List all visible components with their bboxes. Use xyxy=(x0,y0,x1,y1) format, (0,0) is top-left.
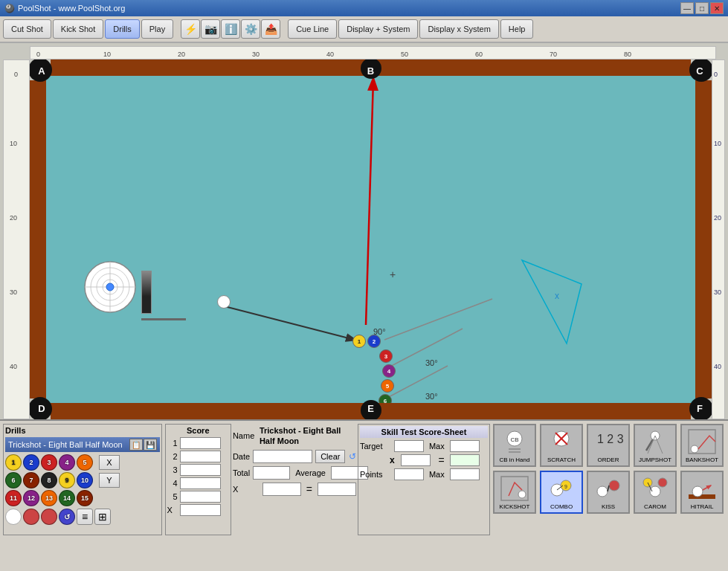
cue-ball-spin-indicator[interactable] xyxy=(83,260,137,314)
maximize-button[interactable]: □ xyxy=(695,2,709,14)
toolbar: Cut Shot Kick Shot Drills Play ⚡ 📷 ℹ️ ⚙️… xyxy=(0,16,728,43)
max-input[interactable] xyxy=(450,440,480,452)
svg-text:x: x xyxy=(555,291,559,301)
score-x-label: X xyxy=(167,506,178,514)
score-input-2[interactable] xyxy=(180,451,221,462)
red-ball-btn[interactable] xyxy=(23,509,39,525)
target-input[interactable] xyxy=(394,440,424,452)
y-button[interactable]: Y xyxy=(99,473,120,488)
ball-6: 6 xyxy=(379,394,392,403)
display-x-system-button[interactable]: Display x System xyxy=(419,19,498,39)
cut-shot-button[interactable]: Cut Shot xyxy=(3,19,51,39)
shot-bankshot[interactable]: BANKSHOT xyxy=(680,424,724,467)
svg-point-57 xyxy=(609,480,619,491)
score-row-1: 1 xyxy=(167,437,229,449)
svg-text:10: 10 xyxy=(10,140,17,147)
score-input-5[interactable] xyxy=(180,491,221,503)
svg-text:20: 20 xyxy=(714,214,721,222)
ball-btn-4[interactable]: 4 xyxy=(59,454,75,471)
points-max-input[interactable] xyxy=(450,468,480,480)
drill-clipboard-button[interactable]: 📋 xyxy=(129,439,143,451)
ball-btn-1[interactable]: 1 xyxy=(5,454,22,471)
ball-btn-13[interactable]: 13 xyxy=(41,490,57,506)
ball-1: 1 xyxy=(352,335,366,348)
camera-icon-button[interactable]: 📷 xyxy=(201,19,220,39)
close-button[interactable]: ✕ xyxy=(710,2,724,14)
list-icon-btn[interactable]: ≡ xyxy=(77,509,93,525)
info-icon-button[interactable]: ℹ️ xyxy=(221,19,240,39)
minimize-button[interactable]: — xyxy=(680,2,694,14)
ball-btn-8[interactable]: 8 xyxy=(41,472,57,488)
result-input[interactable] xyxy=(318,483,356,496)
svg-text:30°: 30° xyxy=(425,392,438,401)
clear-button[interactable]: Clear xyxy=(315,450,345,463)
ball-btn-15[interactable]: 15 xyxy=(77,490,93,506)
red-ball-btn-2[interactable] xyxy=(41,509,57,525)
skill-test-title: Skill Test Score-Sheet xyxy=(360,426,488,438)
ball-btn-9[interactable]: 9 xyxy=(59,472,75,488)
ball-btn-12[interactable]: 12 xyxy=(23,490,39,506)
refresh-btn[interactable]: ↺ xyxy=(59,509,75,525)
svg-text:20: 20 xyxy=(10,214,17,222)
shot-order[interactable]: 1 2 3 ORDER xyxy=(587,424,630,467)
skill-result-input[interactable] xyxy=(450,454,480,466)
cue-line-button[interactable]: Cue Line xyxy=(288,19,337,39)
ball-btn-3[interactable]: 3 xyxy=(41,454,57,471)
x-button[interactable]: X xyxy=(99,455,120,470)
average-label: Average xyxy=(295,468,326,477)
ball-btn-6[interactable]: 6 xyxy=(5,472,22,488)
drill-save-button[interactable]: 💾 xyxy=(144,439,157,451)
points-input[interactable] xyxy=(394,468,424,480)
pocket-d-label: D xyxy=(32,399,51,418)
svg-point-62 xyxy=(692,486,703,497)
points-max-label: Max xyxy=(429,470,445,479)
ball-btn-14[interactable]: 14 xyxy=(59,490,75,506)
points-label: Points xyxy=(360,470,391,479)
total-input[interactable] xyxy=(253,466,290,480)
cue-ball-btn[interactable] xyxy=(5,509,22,525)
shot-carom[interactable]: CAROM xyxy=(634,471,677,514)
shot-scratch[interactable]: SCRATCH xyxy=(540,424,583,467)
shot-kickshot[interactable]: KICKSHOT xyxy=(493,471,536,514)
grid-icon-btn[interactable]: ⊞ xyxy=(94,509,111,525)
shot-cb-in-hand[interactable]: CB CB in Hand xyxy=(493,424,536,467)
svg-line-21 xyxy=(225,306,355,340)
shot-jumpshot[interactable]: JUMPSHOT xyxy=(634,424,677,467)
kick-shot-button[interactable]: Kick Shot xyxy=(53,19,103,39)
drills-button[interactable]: Drills xyxy=(105,19,139,39)
power-icon-button[interactable]: ⚡ xyxy=(181,19,200,39)
x-input[interactable] xyxy=(262,483,301,496)
score-input-1[interactable] xyxy=(180,437,221,449)
cue-power-indicator[interactable] xyxy=(141,271,152,314)
x-multiplier-input[interactable] xyxy=(401,454,431,466)
ball-btn-2[interactable]: 2 xyxy=(23,454,39,471)
display-plus-system-button[interactable]: Display + System xyxy=(338,19,418,39)
shot-kiss[interactable]: KISS xyxy=(587,471,630,514)
ball-btn-5[interactable]: 5 xyxy=(77,454,93,471)
svg-text:0: 0 xyxy=(36,51,40,58)
name-row: Name Trickshot - Eight Ball Half Moon xyxy=(233,425,356,447)
svg-text:40: 40 xyxy=(714,363,721,370)
help-button[interactable]: Help xyxy=(500,19,534,39)
export-icon-button[interactable]: 📤 xyxy=(261,19,280,39)
play-button[interactable]: Play xyxy=(141,19,173,39)
ruler-right: 0 10 20 30 40 xyxy=(712,59,725,419)
score-input-3[interactable] xyxy=(180,464,221,476)
ball-5: 5 xyxy=(381,379,394,393)
settings-icon-button[interactable]: ⚙️ xyxy=(241,19,260,39)
score-x-input[interactable] xyxy=(180,504,221,516)
pocket-a-label: A xyxy=(32,61,51,80)
pocket-f-label: F xyxy=(690,399,709,418)
shot-combo[interactable]: 9 COMBO xyxy=(540,471,583,514)
shot-hitrail[interactable]: HITRAIL xyxy=(680,471,724,514)
total-row: Total Average xyxy=(233,466,356,480)
ball-btn-11[interactable]: 11 xyxy=(5,490,22,506)
date-input[interactable] xyxy=(253,450,312,463)
score-input-4[interactable] xyxy=(180,477,221,489)
score-x-row: X xyxy=(167,504,229,516)
skill-x-label: x xyxy=(390,455,395,465)
shot-bankshot-label: BANKSHOT xyxy=(686,457,718,463)
ball-btn-10[interactable]: 10 xyxy=(77,472,93,488)
ball-btn-7[interactable]: 7 xyxy=(23,472,39,488)
refresh-icon[interactable]: ↺ xyxy=(348,451,355,462)
